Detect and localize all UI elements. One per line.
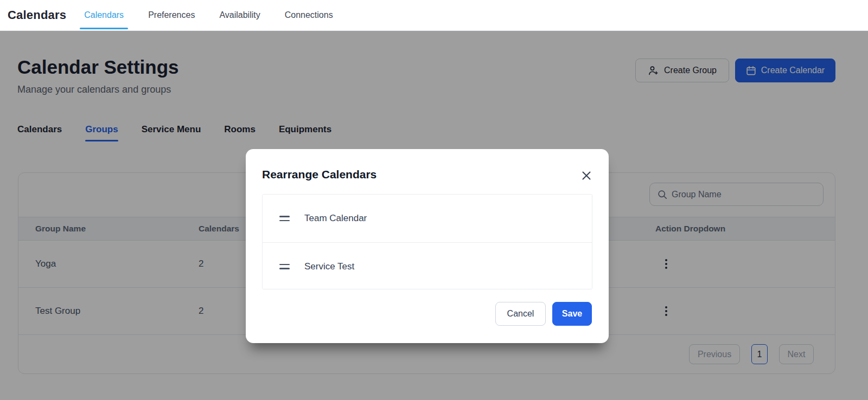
drag-handle-icon[interactable] bbox=[279, 264, 290, 269]
calendar-item-label: Team Calendar bbox=[304, 213, 367, 224]
rearrange-list: Team Calendar Service Test bbox=[262, 194, 592, 289]
nav-tab-label: Availability bbox=[219, 10, 260, 20]
list-item[interactable]: Team Calendar bbox=[263, 195, 592, 242]
nav-tab-label: Connections bbox=[285, 10, 333, 20]
drag-handle-icon[interactable] bbox=[279, 216, 290, 221]
nav-tab-availability[interactable]: Availability bbox=[215, 0, 264, 30]
modal-title: Rearrange Calendars bbox=[262, 168, 376, 181]
top-navbar: Calendars Calendars Preferences Availabi… bbox=[0, 0, 868, 31]
cancel-button[interactable]: Cancel bbox=[495, 302, 546, 326]
calendar-item-label: Service Test bbox=[304, 261, 354, 272]
save-button[interactable]: Save bbox=[552, 302, 592, 326]
list-item[interactable]: Service Test bbox=[263, 242, 592, 289]
nav-tab-label: Calendars bbox=[84, 10, 124, 20]
app-root: Calendars Calendars Preferences Availabi… bbox=[0, 0, 868, 400]
nav-tab-label: Preferences bbox=[148, 10, 195, 20]
rearrange-calendars-modal: Rearrange Calendars Team Calendar Servic… bbox=[246, 149, 609, 343]
nav-tab-preferences[interactable]: Preferences bbox=[144, 0, 199, 30]
app-title: Calendars bbox=[8, 8, 66, 22]
top-nav-tabs: Calendars Preferences Availability Conne… bbox=[80, 0, 337, 30]
close-icon[interactable] bbox=[580, 170, 592, 182]
nav-tab-calendars[interactable]: Calendars bbox=[80, 0, 128, 30]
nav-tab-connections[interactable]: Connections bbox=[280, 0, 337, 30]
